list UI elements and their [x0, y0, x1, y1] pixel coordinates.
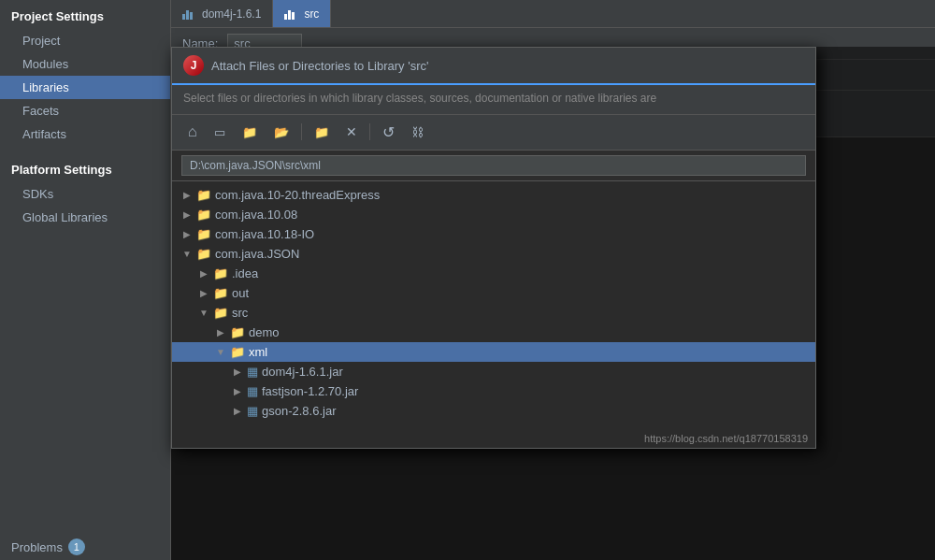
tree-row-xml[interactable]: ▼ 📁 xml: [172, 342, 815, 362]
dialog-title-bar: J Attach Files or Directories to Library…: [172, 48, 815, 85]
sidebar-item-project[interactable]: Project: [0, 29, 170, 52]
folder-icon: 📁: [196, 247, 211, 261]
folder-icon: 📁: [230, 325, 245, 339]
link-button[interactable]: ⛓: [405, 122, 430, 143]
chevron-icon: ▶: [198, 288, 209, 298]
delete-button[interactable]: ✕: [339, 121, 364, 143]
watermark: https://blog.csdn.net/q18770158319: [644, 433, 808, 444]
attach-dialog: J Attach Files or Directories to Library…: [171, 47, 816, 449]
tree-row-out[interactable]: ▶ 📁 out: [172, 283, 815, 303]
file-tree: ▶ 📁 com.java.10-20.threadExpress ▶ 📁 com…: [172, 181, 815, 448]
tree-row-gson[interactable]: ▶ ▦ gson-2.8.6.jar: [172, 401, 815, 421]
sidebar-divider: [0, 146, 170, 153]
folder-up-button[interactable]: 📂: [267, 122, 295, 143]
home-button[interactable]: ⌂: [181, 120, 204, 144]
toolbar-separator-2: [369, 123, 370, 140]
path-bar: [172, 151, 815, 181]
folder-icon: 📁: [213, 306, 228, 320]
sidebar: Project Settings Project Modules Librari…: [0, 0, 171, 560]
tree-row-java1008[interactable]: ▶ 📁 com.java.10.08: [172, 205, 815, 224]
new-folder-button[interactable]: 📁: [308, 122, 336, 143]
sidebar-item-libraries[interactable]: Libraries: [0, 76, 170, 99]
tree-row-java1018[interactable]: ▶ 📁 com.java.10.18-IO: [172, 224, 815, 244]
chevron-icon: ▼: [198, 308, 209, 318]
sidebar-item-sdks[interactable]: SDKs: [0, 182, 170, 206]
jar-file-icon: ▦: [247, 365, 258, 379]
chevron-icon: ▶: [198, 268, 209, 279]
dialog-app-icon: J: [183, 55, 204, 76]
chevron-icon: ▼: [215, 347, 226, 357]
chevron-icon: ▶: [181, 209, 193, 220]
toolbar-separator: [301, 123, 302, 140]
chevron-icon: ▶: [232, 386, 243, 396]
jar-file-icon: ▦: [247, 404, 258, 418]
tree-row-idea[interactable]: ▶ 📁 .idea: [172, 264, 815, 283]
folder-icon: 📁: [196, 227, 211, 241]
main-content: dom4j-1.6.1 src Name: + ⊕ + − ▼ 🔑 Classe…: [171, 0, 935, 560]
folder-icon: 📁: [196, 208, 211, 222]
folder-icon: 📁: [230, 345, 245, 359]
bar-chart-icon: [182, 8, 193, 20]
dialog-toolbar: ⌂ ▭ 📁 📂 📁 ✕ ↺ ⛓: [172, 115, 815, 151]
tree-row-fastjson[interactable]: ▶ ▦ fastjson-1.2.70.jar: [172, 381, 815, 401]
refresh-button[interactable]: ↺: [376, 120, 401, 145]
top-tabs: dom4j-1.6.1 src: [171, 0, 935, 28]
chevron-icon: ▶: [181, 229, 193, 239]
sidebar-item-global-libraries[interactable]: Global Libraries: [0, 206, 170, 229]
folder-button[interactable]: 📁: [236, 122, 264, 143]
bar-chart-icon-2: [284, 8, 295, 20]
sidebar-item-problems[interactable]: Problems 1: [0, 534, 170, 560]
jar-file-icon: ▦: [247, 384, 258, 398]
sidebar-spacer: [0, 229, 170, 524]
dialog-subtitle: Select files or directories in which lib…: [172, 85, 815, 115]
folder-icon: 📁: [196, 188, 211, 202]
chevron-icon: ▶: [181, 190, 193, 200]
path-input[interactable]: [181, 155, 806, 176]
tree-row-demo[interactable]: ▶ 📁 demo: [172, 323, 815, 342]
tree-row-src[interactable]: ▼ 📁 src: [172, 303, 815, 323]
folder-icon: 📁: [213, 266, 228, 280]
tree-row-threadexpress[interactable]: ▶ 📁 com.java.10-20.threadExpress: [172, 185, 815, 205]
project-settings-section: Project Settings: [0, 0, 170, 29]
problems-badge: 1: [68, 538, 85, 555]
tree-row-dom4j[interactable]: ▶ ▦ dom4j-1.6.1.jar: [172, 362, 815, 381]
desktop-button[interactable]: ▭: [208, 122, 232, 143]
dialog-overlay: J Attach Files or Directories to Library…: [171, 47, 935, 560]
chevron-icon: ▶: [232, 366, 243, 377]
chevron-icon: ▶: [232, 406, 243, 416]
tree-row-javajson[interactable]: ▼ 📁 com.java.JSON: [172, 244, 815, 264]
folder-icon: 📁: [213, 286, 228, 300]
sidebar-item-facets[interactable]: Facets: [0, 99, 170, 122]
tab-src[interactable]: src: [273, 0, 331, 27]
platform-settings-section: Platform Settings: [0, 153, 170, 182]
chevron-icon: ▼: [181, 249, 193, 259]
dialog-title: Attach Files or Directories to Library '…: [211, 59, 429, 73]
sidebar-item-modules[interactable]: Modules: [0, 52, 170, 76]
sidebar-item-artifacts[interactable]: Artifacts: [0, 122, 170, 146]
tab-dom4j[interactable]: dom4j-1.6.1: [171, 0, 273, 27]
chevron-icon: ▶: [215, 327, 226, 337]
